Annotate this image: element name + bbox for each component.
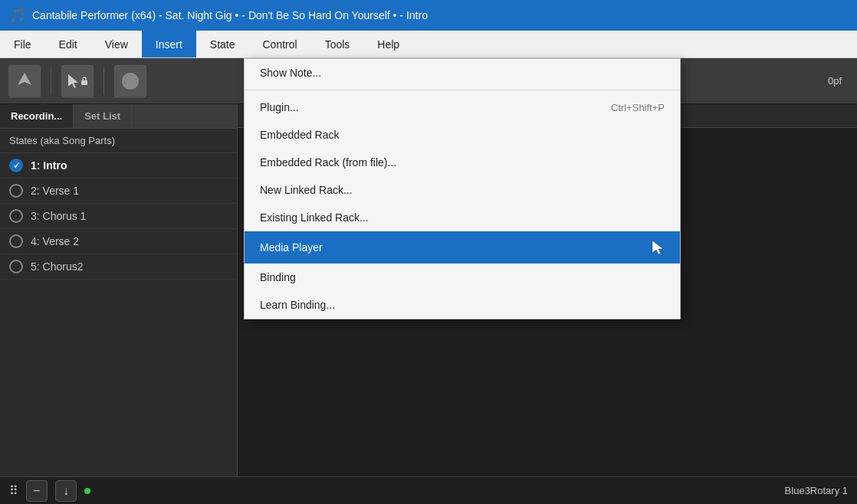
toolbar-pointer-btn[interactable] (61, 64, 94, 98)
toolbar-circle-btn[interactable] (113, 64, 147, 98)
svg-marker-4 (652, 241, 663, 254)
radio-1 (9, 159, 23, 172)
radio-2 (9, 184, 23, 198)
embedded-rack-label: Embedded Rack (260, 129, 340, 141)
svg-point-3 (122, 73, 139, 90)
panel-tabs: Recordin... Set List (0, 104, 237, 129)
down-arrow-icon: ↓ (63, 484, 69, 498)
media-player-label: Media Player (260, 241, 323, 254)
status-down-btn[interactable]: ↓ (55, 480, 77, 502)
dropdown-media-player[interactable]: Media Player (245, 231, 680, 263)
svg-marker-1 (68, 74, 78, 88)
status-bar: ⠿ − ↓ Blue3Rotary 1 (0, 476, 857, 504)
embedded-rack-file-label: Embedded Rack (from file)... (260, 156, 396, 169)
tab-set-list[interactable]: Set List (74, 104, 132, 128)
binding-label: Binding (260, 271, 296, 283)
state-label-2: 2: Verse 1 (31, 185, 79, 197)
state-item-4[interactable]: 4: Verse 2 (0, 229, 237, 254)
tab-recording[interactable]: Recordin... (0, 104, 74, 128)
learn-binding-label: Learn Binding... (260, 299, 335, 311)
dropdown-learn-binding[interactable]: Learn Binding... (245, 291, 680, 319)
dropdown-embedded-rack-file[interactable]: Embedded Rack (from file)... (245, 149, 680, 176)
radio-3 (9, 209, 23, 223)
new-linked-rack-label: New Linked Rack... (260, 184, 353, 196)
states-header: States (aka Song Parts) (0, 129, 237, 153)
state-label-3: 3: Chorus 1 (31, 210, 86, 222)
menu-help[interactable]: Help (363, 31, 413, 57)
toolbar-level: 0pf (828, 75, 849, 87)
state-label-4: 4: Verse 2 (31, 235, 79, 247)
svg-marker-0 (18, 73, 31, 85)
menu-edit[interactable]: Edit (45, 31, 91, 57)
state-item-1[interactable]: 1: Intro (0, 153, 237, 178)
status-minus-btn[interactable]: − (26, 480, 48, 502)
status-green-dot (84, 488, 90, 494)
dropdown-new-linked-rack[interactable]: New Linked Rack... (245, 176, 680, 204)
minus-icon: − (33, 484, 40, 498)
dropdown-show-note[interactable]: Show Note... (245, 59, 680, 87)
menu-bar: File Edit View Insert State Control Tool… (0, 31, 857, 58)
toolbar-separator-2 (103, 67, 104, 95)
menu-state[interactable]: State (196, 31, 249, 57)
logo-icon (13, 70, 36, 93)
lock-icon (79, 76, 90, 87)
toolbar-logo-btn[interactable] (8, 64, 41, 98)
dropdown-plugin[interactable]: Plugin... Ctrl+Shift+P (245, 93, 680, 121)
state-item-5[interactable]: 5: Chorus2 (0, 254, 237, 280)
svg-rect-2 (81, 80, 87, 85)
state-item-2[interactable]: 2: Verse 1 (0, 178, 237, 204)
dropdown-binding[interactable]: Binding (245, 263, 680, 291)
menu-file[interactable]: File (0, 31, 45, 57)
dropdown-sep-1 (245, 90, 680, 90)
radio-5 (9, 260, 23, 273)
radio-4 (9, 234, 23, 248)
menu-tools[interactable]: Tools (311, 31, 364, 57)
show-note-label: Show Note... (260, 67, 321, 79)
state-item-3[interactable]: 3: Chorus 1 (0, 204, 237, 229)
menu-insert[interactable]: Insert (142, 31, 196, 57)
state-label-5: 5: Chorus2 (31, 260, 83, 273)
dropdown-menu: Show Note... Plugin... Ctrl+Shift+P Embe… (244, 58, 681, 319)
left-panel: Recordin... Set List States (aka Song Pa… (0, 104, 238, 476)
toolbar-separator-1 (51, 67, 51, 95)
state-label-1: 1: Intro (31, 159, 67, 172)
window-title: Cantabile Performer (x64) - Sat. Night G… (32, 9, 428, 21)
title-bar: 🎵 Cantabile Performer (x64) - Sat. Night… (0, 0, 857, 31)
status-plugin-name: Blue3Rotary 1 (785, 485, 848, 496)
circle-icon (120, 70, 141, 92)
app-icon: 🎵 (9, 7, 26, 24)
menu-view[interactable]: View (91, 31, 142, 57)
dropdown-existing-linked-rack[interactable]: Existing Linked Rack... (245, 204, 680, 231)
plugin-shortcut: Ctrl+Shift+P (611, 102, 665, 113)
existing-linked-rack-label: Existing Linked Rack... (260, 211, 369, 224)
dropdown-embedded-rack[interactable]: Embedded Rack (245, 121, 680, 149)
cursor-icon (651, 239, 665, 256)
plugin-label: Plugin... (260, 101, 299, 113)
menu-control[interactable]: Control (249, 31, 311, 57)
dots-icon: ⠿ (9, 483, 18, 498)
